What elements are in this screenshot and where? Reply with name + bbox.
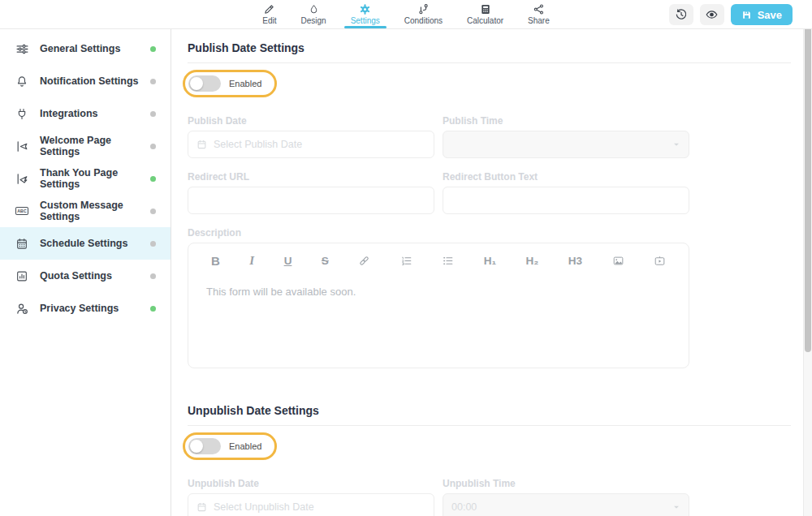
unpublish-time-select[interactable]: 00:00 — [443, 493, 689, 516]
sidebar-item-label: Quota Settings — [40, 270, 150, 282]
redirect-button-text-input[interactable] — [443, 187, 689, 214]
section-divider — [188, 425, 791, 426]
description-editor: B I U S — [188, 243, 689, 368]
tab-share[interactable]: Share — [526, 0, 551, 28]
sidebar-item-label: Integrations — [40, 108, 150, 119]
unpublish-enabled-toggle[interactable]: Enabled — [183, 432, 277, 460]
redirect-url-input[interactable] — [188, 187, 434, 214]
calendar-icon — [197, 501, 207, 513]
video-button[interactable] — [654, 255, 666, 267]
toggle-knob — [190, 440, 203, 453]
sidebar-item-label: Schedule Settings — [40, 238, 150, 249]
sidebar-item-schedule-settings[interactable]: Schedule Settings — [0, 227, 171, 260]
share-icon — [533, 3, 545, 15]
redirect-button-text-label: Redirect Button Text — [443, 171, 689, 183]
sidebar-item-custom-message-settings[interactable]: ABC Custom Message Settings — [0, 195, 171, 227]
underline-button[interactable]: U — [284, 255, 292, 267]
scrollbar-track[interactable] — [803, 0, 812, 516]
publish-date-placeholder: Select Publish Date — [214, 139, 302, 150]
tab-label: Settings — [351, 17, 380, 25]
redirect-url-label: Redirect URL — [188, 171, 434, 183]
unpublish-date-input[interactable]: Select Unpublish Date — [188, 493, 434, 516]
revision-history-button[interactable] — [669, 4, 693, 25]
scrollbar-thumb[interactable] — [805, 5, 811, 352]
sidebar-item-privacy-settings[interactable]: Privacy Settings — [0, 292, 171, 325]
ordered-list-button[interactable] — [400, 255, 412, 267]
quota-chart-icon — [15, 269, 29, 283]
toggle-knob — [190, 77, 203, 90]
italic-button[interactable]: I — [249, 254, 254, 268]
description-content[interactable]: This form will be available soon. — [188, 277, 689, 306]
gear-icon — [359, 3, 371, 15]
thank-you-page-icon — [15, 171, 29, 186]
calendar-icon — [197, 139, 207, 150]
status-dot — [150, 176, 156, 182]
pencil-icon — [263, 3, 275, 15]
publish-time-label: Publish Time — [443, 115, 689, 127]
sidebar-item-general-settings[interactable]: General Settings — [0, 32, 171, 65]
sidebar-item-welcome-page-settings[interactable]: Welcome Page Settings — [0, 130, 171, 162]
strikethrough-button[interactable]: S — [322, 255, 329, 267]
eye-icon — [705, 8, 719, 21]
settings-sidebar: General Settings Notification Settings I… — [0, 29, 171, 516]
heading-1-button[interactable]: H₁ — [484, 255, 496, 267]
status-dot — [150, 241, 156, 247]
image-button[interactable] — [612, 255, 624, 267]
toggle-label: Enabled — [229, 79, 261, 88]
image-icon — [612, 255, 624, 267]
publish-date-input[interactable]: Select Publish Date — [188, 131, 434, 158]
status-dot — [150, 144, 156, 149]
tab-label: Share — [528, 17, 550, 25]
chevron-down-icon — [672, 140, 680, 148]
heading-2-button[interactable]: H₂ — [526, 255, 539, 267]
unordered-list-button[interactable] — [442, 255, 454, 267]
sliders-icon — [15, 41, 29, 56]
schedule-settings-panel: Publish Date Settings Enabled Publish Da… — [171, 29, 803, 516]
heading-3-button[interactable]: H3 — [568, 255, 582, 267]
publish-date-settings-section: Publish Date Settings Enabled Publish Da… — [188, 29, 791, 368]
sidebar-item-label: Custom Message Settings — [40, 200, 150, 222]
unpublish-time-label: Unpublish Time — [443, 478, 689, 489]
sidebar-item-notification-settings[interactable]: Notification Settings — [0, 65, 171, 97]
sidebar-item-label: General Settings — [40, 43, 150, 54]
tab-label: Edit — [262, 17, 276, 25]
tab-design[interactable]: Design — [299, 0, 327, 28]
description-label: Description — [188, 227, 689, 239]
section-divider — [188, 62, 791, 63]
topbar-actions: Save — [669, 4, 793, 25]
abc-message-icon: ABC — [15, 204, 29, 218]
tab-calculator[interactable]: Calculator — [465, 0, 505, 28]
sidebar-item-label: Notification Settings — [40, 75, 150, 87]
sidebar-item-thank-you-page-settings[interactable]: Thank You Page Settings — [0, 162, 171, 195]
history-icon — [675, 8, 688, 21]
droplet-icon — [309, 3, 319, 15]
tab-conditions[interactable]: Conditions — [403, 0, 444, 28]
unpublish-time-value: 00:00 — [451, 501, 477, 513]
topbar: Edit Design Settings Conditions — [0, 0, 812, 29]
status-dot — [150, 79, 156, 84]
editor-toolbar: B I U S — [188, 243, 689, 277]
sidebar-item-integrations[interactable]: Integrations — [0, 97, 171, 130]
unordered-list-icon — [442, 255, 454, 267]
toggle-track — [188, 438, 221, 454]
tab-label: Design — [300, 17, 326, 25]
sidebar-item-label: Welcome Page Settings — [40, 135, 150, 157]
video-icon — [654, 255, 666, 267]
status-dot — [150, 111, 156, 117]
tab-edit[interactable]: Edit — [261, 0, 278, 28]
tab-label: Calculator — [467, 17, 503, 25]
tab-settings[interactable]: Settings — [349, 0, 382, 28]
link-button[interactable] — [358, 255, 370, 267]
publish-enabled-toggle[interactable]: Enabled — [183, 70, 277, 97]
publish-time-select[interactable] — [443, 131, 689, 158]
save-button[interactable]: Save — [731, 4, 793, 25]
bold-button[interactable]: B — [211, 254, 220, 268]
publish-fields: Publish Date Select Publish Date Publish… — [188, 115, 689, 368]
unpublish-date-label: Unpublish Date — [188, 478, 434, 489]
sidebar-item-quota-settings[interactable]: Quota Settings — [0, 260, 171, 292]
preview-button[interactable] — [700, 4, 724, 25]
status-dot — [150, 273, 156, 279]
toggle-track — [188, 75, 221, 92]
unpublish-fields: Unpublish Date Select Unpublish Date Unp… — [188, 478, 689, 516]
unpublish-date-placeholder: Select Unpublish Date — [214, 501, 314, 513]
